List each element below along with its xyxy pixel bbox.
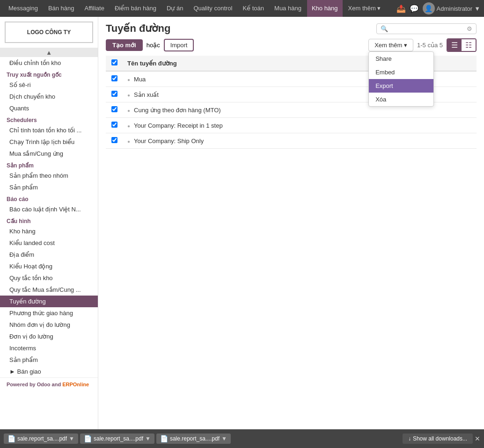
import-button[interactable]: Import (164, 39, 194, 51)
page-title: Tuyến đường (106, 22, 372, 35)
nav-xem-them[interactable]: Xem thêm ▾ (344, 0, 386, 17)
download-close-3[interactable]: ▼ (221, 435, 227, 442)
select-all-checkbox[interactable] (111, 59, 117, 65)
sidebar-item-san-pham-2[interactable]: Sản phẩm (0, 354, 98, 366)
search-box[interactable]: 🔍 ⚙ (376, 23, 477, 34)
row-check-4[interactable] (111, 137, 117, 143)
sidebar-section-truy-xuat[interactable]: Truy xuất nguồn gốc (0, 69, 98, 79)
sidebar-item-tuyen-duong[interactable]: Tuyến đường (0, 296, 98, 307)
download-label-3: sale.report_sa....pdf (170, 435, 220, 442)
close-downloads-bar[interactable]: ✕ (475, 435, 480, 442)
view-toggle: ☰ ☷ (447, 38, 477, 52)
xem-them-button[interactable]: Xem thêm ▾ (368, 39, 413, 51)
sidebar-item-quants[interactable]: Quants (0, 102, 98, 114)
sidebar-item-san-pham-theo-nhom[interactable]: Sản phẩm theo nhóm (0, 170, 98, 181)
sidebar-item-nhom-don-vi-do-luong[interactable]: Nhóm đơn vị đo lường (0, 319, 98, 331)
table-row[interactable]: ●Your Company: Ship Only (106, 133, 477, 149)
dropdown-item-embed[interactable]: Embed (369, 65, 433, 79)
dropdown-item-xoa[interactable]: Xóa (369, 93, 433, 106)
search-settings-icon[interactable]: ⚙ (467, 25, 472, 32)
sidebar-section-bao-cao[interactable]: Báo cáo (0, 193, 98, 203)
kanban-view-button[interactable]: ☷ (462, 39, 476, 51)
sidebar-scroll-up[interactable]: ▲ (0, 48, 98, 57)
download-label-2: sale.report_sa....pdf (94, 435, 143, 442)
table-container: Tên tuyến đường ●Mua ●Sản xuất ●Cung ứng… (98, 56, 484, 429)
sidebar-item-so-se-ri[interactable]: Số sê-ri (0, 79, 98, 91)
nav-quality-control[interactable]: Quality control (189, 0, 237, 17)
nav-ke-toan[interactable]: Kế toán (238, 0, 269, 17)
row-check-1[interactable] (111, 91, 117, 97)
sidebar-item-chay-trinh[interactable]: Chạy Trình lập lịch biểu (0, 136, 98, 148)
download-item-2[interactable]: 📄 sale.report_sa....pdf ▼ (80, 434, 154, 444)
xem-them-dropdown[interactable]: Xem thêm ▾ Share Embed Export Xóa (368, 39, 413, 51)
message-icon[interactable]: 📤 (396, 4, 406, 13)
list-view-button[interactable]: ☰ (447, 39, 462, 51)
table-row[interactable]: ●Your Company: Receipt in 1 step (106, 118, 477, 133)
sidebar-item-phuong-thuc-giao-hang[interactable]: Phương thức giao hàng (0, 307, 98, 319)
row-check-2[interactable] (111, 106, 117, 112)
erponline-link[interactable]: ERPOnline (62, 382, 89, 387)
search-input[interactable] (390, 25, 465, 32)
sidebar-section-san-pham[interactable]: Sản phẩm (0, 159, 98, 170)
row-checkbox-3[interactable] (106, 118, 123, 133)
download-arrow-icon: ↓ (408, 435, 411, 442)
sidebar-item-don-vi-do-luong[interactable]: Đơn vị đo lường (0, 331, 98, 342)
download-close-2[interactable]: ▼ (145, 435, 151, 442)
row-checkbox-1[interactable] (106, 87, 123, 102)
nav-ban-hang[interactable]: Bán hàng (44, 0, 79, 17)
row-dot-2: ● (127, 108, 130, 113)
sidebar-item-chi-tinh-toan[interactable]: Chỉ tính toán tồn kho tối ... (0, 124, 98, 136)
sidebar-item-bao-cao-luat-dinh[interactable]: Báo cáo luật định Việt N... (0, 203, 98, 215)
sidebar-item-kho-hang[interactable]: Kho hàng (0, 225, 98, 237)
show-all-downloads-button[interactable]: ↓ Show all downloads... (403, 434, 473, 444)
nav-mua-hang[interactable]: Mua hàng (270, 0, 306, 17)
downloads-bar: 📄 sale.report_sa....pdf ▼ 📄 sale.report_… (0, 429, 484, 448)
download-label-1: sale.report_sa....pdf (17, 435, 67, 442)
download-item-1[interactable]: 📄 sale.report_sa....pdf ▼ (4, 434, 78, 444)
row-name-4: ●Your Company: Ship Only (123, 133, 477, 149)
company-logo[interactable]: LOGO CÔNG TY (5, 22, 93, 43)
create-button[interactable]: Tạo mới (106, 39, 143, 51)
user-dropdown-icon: ▼ (474, 5, 480, 12)
nav-kho-hang[interactable]: Kho hàng (307, 0, 343, 17)
nav-diem-ban-hang[interactable]: Điểm bán hàng (110, 0, 161, 17)
pdf-icon-2: 📄 (84, 435, 92, 442)
sidebar-item-ban-giao[interactable]: ► Bán giao (0, 366, 98, 377)
sidebar: LOGO CÔNG TY ▲ Điều chỉnh tồn kho Truy x… (0, 17, 98, 429)
powered-by: Powered by Odoo and ERPOnline (0, 377, 98, 391)
download-close-1[interactable]: ▼ (69, 435, 74, 442)
sidebar-item-kieu-landed-cost[interactable]: Kiểu landed cost (0, 237, 98, 249)
sidebar-item-san-pham[interactable]: Sản phẩm (0, 181, 98, 193)
sidebar-item-incoterms[interactable]: Incoterms (0, 342, 98, 354)
nav-messaging[interactable]: Messaging (4, 0, 43, 17)
sidebar-item-mua-sam-cung-ung[interactable]: Mua sắm/Cung ứng (0, 148, 98, 159)
show-downloads-label: Show all downloads... (413, 435, 467, 442)
nav-du-an[interactable]: Dự án (162, 0, 188, 17)
sidebar-item-dia-diem[interactable]: Địa điểm (0, 249, 98, 260)
odoo-link[interactable]: Odoo (37, 382, 51, 387)
download-item-3[interactable]: 📄 sale.report_sa....pdf ▼ (156, 434, 231, 444)
search-icon: 🔍 (381, 25, 388, 32)
pdf-icon-3: 📄 (160, 435, 168, 442)
pagination-info: 1-5 của 5 (417, 42, 443, 49)
row-dot-4: ● (127, 139, 130, 144)
sidebar-item-quy-tac-ton-kho[interactable]: Quy tắc tồn kho (0, 272, 98, 284)
col-select-all[interactable] (106, 56, 123, 71)
nav-affiliate[interactable]: Affiliate (80, 0, 109, 17)
sidebar-section-schedulers[interactable]: Schedulers (0, 114, 98, 124)
sidebar-section-cau-hinh[interactable]: Cấu hình (0, 215, 98, 225)
dropdown-item-share[interactable]: Share (369, 52, 433, 65)
row-check-0[interactable] (111, 75, 117, 81)
sidebar-item-quy-tac-mua-sam[interactable]: Quy tắc Mua sắm/Cung ... (0, 284, 98, 296)
sidebar-item-dich-chuyen-kho[interactable]: Dịch chuyển kho (0, 91, 98, 102)
row-checkbox-0[interactable] (106, 71, 123, 87)
sidebar-item-kieu-hoat-dong[interactable]: Kiểu Hoạt động (0, 260, 98, 272)
row-check-3[interactable] (111, 122, 117, 128)
row-dot-1: ● (127, 93, 130, 98)
dropdown-item-export[interactable]: Export (369, 79, 433, 93)
row-checkbox-2[interactable] (106, 102, 123, 118)
user-menu[interactable]: 👤 Administrator ▼ (423, 2, 480, 14)
row-checkbox-4[interactable] (106, 133, 123, 149)
sidebar-item-dieu-chinh-ton-kho[interactable]: Điều chỉnh tồn kho (0, 57, 98, 69)
chat-icon[interactable]: 💬 (410, 4, 419, 13)
